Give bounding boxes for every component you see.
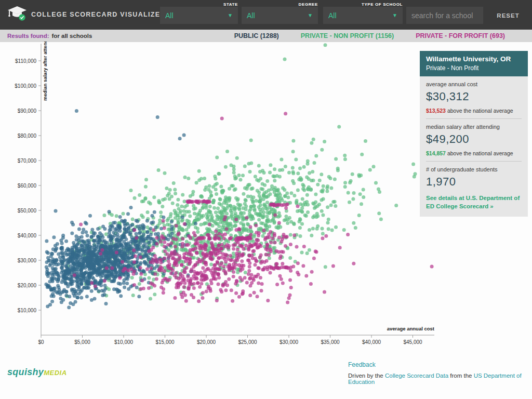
svg-text:$30,000: $30,000 (280, 339, 299, 345)
svg-text:$25,000: $25,000 (238, 339, 257, 345)
salary-vs-national-average-note: $14,857 above the national average (426, 150, 522, 156)
svg-text:$30,000: $30,000 (18, 258, 37, 263)
median-salary-section: median salary after attending $49,200 $1… (426, 119, 522, 162)
school-search-input[interactable] (406, 7, 483, 24)
svg-text:$90,000: $90,000 (18, 108, 37, 114)
reset-button[interactable]: RESET (487, 7, 529, 24)
svg-text:$100,000: $100,000 (15, 83, 36, 89)
undergraduate-students-label: # of undergraduate students (426, 166, 522, 172)
svg-text:$15,000: $15,000 (155, 339, 175, 345)
legend-item-private-non-profit[interactable]: PRIVATE - NON PROFIT (1156) (301, 32, 394, 39)
salary-delta-value: $14,857 (426, 150, 446, 156)
college-scorecard-data-link[interactable]: College Scorecard Data (385, 373, 448, 379)
school-detail-card-header: Willamette University, OR Private - Non … (420, 51, 528, 76)
salary-delta-note: above the national average (447, 150, 513, 156)
svg-text:median salary after attending: median salary after attending (42, 42, 48, 101)
feedback-link[interactable]: Feedback (348, 361, 376, 368)
squishymedia-logo[interactable]: squishyMEDIA (7, 367, 67, 378)
type-of-school-dropdown[interactable]: All ▼ (323, 7, 403, 24)
state-dropdown[interactable]: All ▼ (160, 7, 238, 24)
svg-text:$80,000: $80,000 (18, 133, 37, 139)
results-found-label: Results found: (7, 33, 49, 39)
svg-text:$10,000: $10,000 (18, 308, 37, 313)
legend-item-private-for-profit[interactable]: PRIVATE - FOR PROFIT (693) (416, 32, 505, 39)
average-annual-cost-section: average annual cost $30,312 $13,523 abov… (426, 76, 522, 119)
svg-text:$35,000: $35,000 (321, 339, 340, 345)
legend-item-public[interactable]: PUBLIC (1288) (234, 32, 279, 39)
svg-text:$60,000: $60,000 (18, 183, 37, 189)
average-annual-cost-value: $30,312 (426, 90, 522, 103)
chevron-down-icon: ▼ (392, 12, 397, 18)
school-detail-card: Willamette University, OR Private - Non … (420, 51, 528, 217)
school-name: Willamette University, OR (426, 55, 522, 63)
degree-filter-label: DEGREE (242, 2, 318, 7)
scatter-chart-area: $10,000$20,000$30,000$40,000$50,000$60,0… (0, 42, 447, 349)
chevron-down-icon: ▼ (308, 12, 313, 18)
svg-text:$40,000: $40,000 (362, 339, 381, 345)
driven-middle: from the (448, 373, 474, 379)
undergraduate-students-section: # of undergraduate students 1,970 (426, 162, 522, 190)
brand-squishy: squishy (7, 367, 44, 377)
school-detail-card-body: average annual cost $30,312 $13,523 abov… (420, 76, 528, 217)
svg-text:$50,000: $50,000 (18, 208, 37, 214)
svg-text:$70,000: $70,000 (18, 158, 37, 164)
type-of-school-dropdown-value: All (328, 11, 337, 20)
svg-text:$40,000: $40,000 (18, 233, 37, 238)
svg-text:average annual cost: average annual cost (387, 326, 435, 331)
median-salary-label: median salary after attending (426, 124, 522, 130)
average-annual-cost-label: average annual cost (426, 81, 522, 87)
state-filter-label: STATE (160, 2, 238, 7)
legend: PUBLIC (1288) PRIVATE - NON PROFIT (1156… (234, 32, 505, 39)
school-search-box (406, 7, 483, 24)
svg-text:$20,000: $20,000 (18, 283, 37, 288)
undergraduate-students-value: 1,970 (426, 175, 522, 189)
svg-text:$45,000: $45,000 (403, 339, 422, 345)
app-title: COLLEGE SCORECARD VISUALIZER (31, 11, 166, 18)
attribution-text: Driven by the College Scorecard Data fro… (348, 373, 532, 385)
svg-text:$20,000: $20,000 (197, 339, 216, 345)
graduation-cap-logo-icon (6, 5, 28, 23)
brand-media: MEDIA (44, 369, 66, 377)
svg-text:$110,000: $110,000 (15, 58, 36, 64)
school-type: Private - Non Profit (426, 64, 522, 72)
results-found-text: for all schools (52, 33, 92, 39)
median-salary-value: $49,200 (426, 132, 522, 146)
cost-vs-national-average-note: $13,523 above the national average (426, 108, 522, 114)
type-of-school-filter-label: TYPE OF SCHOOL (323, 2, 403, 7)
svg-text:$5,000: $5,000 (74, 339, 90, 345)
scorecard-details-link[interactable]: See details at U.S. Department of ED Col… (426, 194, 522, 210)
scatter-plot[interactable]: $10,000$20,000$30,000$40,000$50,000$60,0… (0, 42, 447, 349)
degree-dropdown[interactable]: All ▼ (242, 7, 318, 24)
degree-dropdown-value: All (247, 11, 255, 20)
cost-delta-note: above the national average (447, 108, 513, 114)
svg-text:$0: $0 (38, 339, 44, 345)
chevron-down-icon: ▼ (228, 12, 233, 18)
svg-text:$10,000: $10,000 (114, 339, 134, 345)
state-dropdown-value: All (165, 11, 174, 20)
app-header: COLLEGE SCORECARD VISUALIZER STATE All ▼… (0, 0, 532, 30)
results-bar: Results found: for all schools PUBLIC (1… (0, 30, 532, 42)
driven-prefix: Driven by the (348, 373, 385, 379)
cost-delta-value: $13,523 (426, 108, 446, 114)
